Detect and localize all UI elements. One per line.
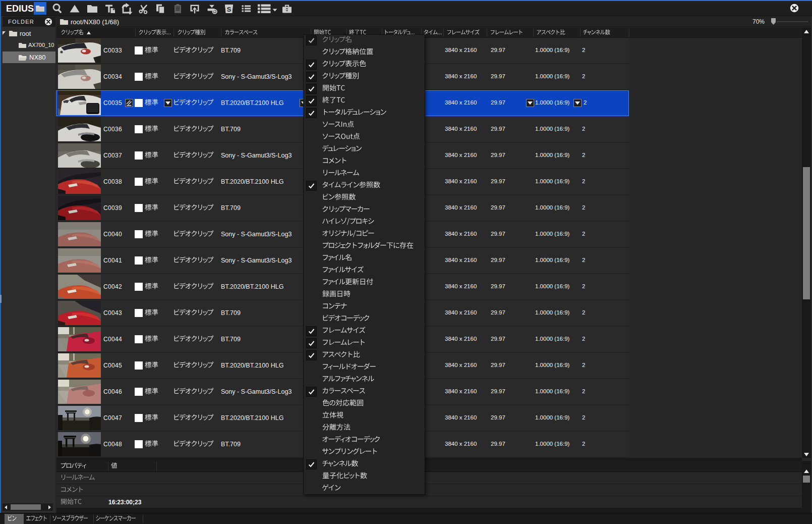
svg-text:S: S <box>227 6 231 13</box>
